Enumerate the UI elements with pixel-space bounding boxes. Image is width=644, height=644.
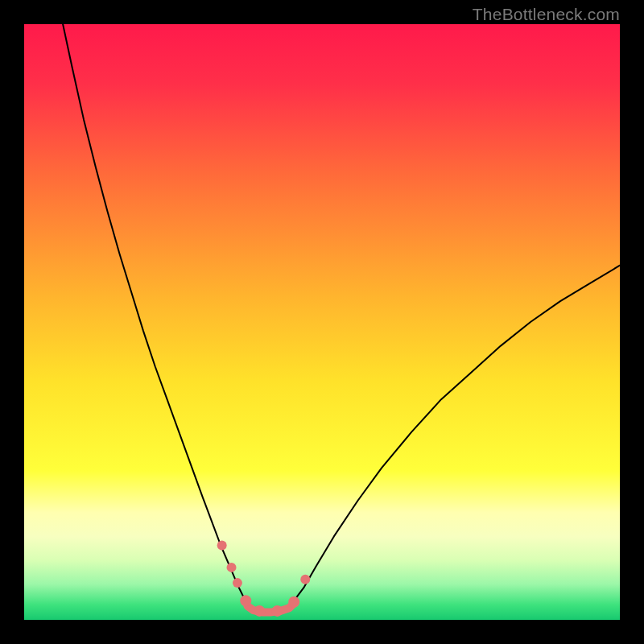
marker-4 (254, 605, 265, 617)
marker-2 (233, 578, 242, 588)
series-left-branch (63, 24, 245, 599)
chart-frame: TheBottleneck.com (0, 0, 644, 644)
marker-0 (217, 541, 227, 551)
marker-7 (300, 575, 310, 584)
marker-5 (272, 605, 283, 617)
marker-3 (240, 595, 251, 606)
curve-layer (24, 24, 620, 620)
plot-area (24, 24, 620, 620)
marker-1 (227, 563, 237, 572)
marker-6 (288, 597, 299, 608)
series-right-branch (295, 266, 620, 599)
watermark-text: TheBottleneck.com (473, 5, 620, 24)
